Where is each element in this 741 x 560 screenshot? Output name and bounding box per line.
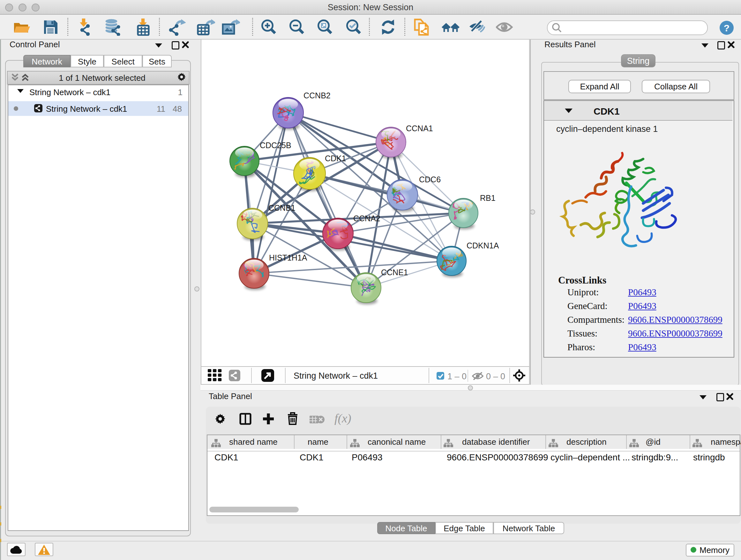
svg-text:RB1: RB1 <box>480 193 495 202</box>
svg-text:CCNB2: CCNB2 <box>304 91 331 100</box>
svg-text:CCNA1: CCNA1 <box>406 124 433 133</box>
svg-text:CCNA2: CCNA2 <box>353 214 381 223</box>
svg-text:?: ? <box>724 23 730 33</box>
svg-text:CDK1: CDK1 <box>325 154 346 163</box>
svg-text:CDC6: CDC6 <box>419 175 441 184</box>
svg-text:HIST1H1A: HIST1H1A <box>269 253 307 262</box>
svg-text:CDKN1A: CDKN1A <box>467 241 499 250</box>
svg-text:CCNE1: CCNE1 <box>381 268 408 277</box>
svg-text:CCNB1: CCNB1 <box>268 203 295 212</box>
svg-text:CDC25B: CDC25B <box>260 141 291 150</box>
